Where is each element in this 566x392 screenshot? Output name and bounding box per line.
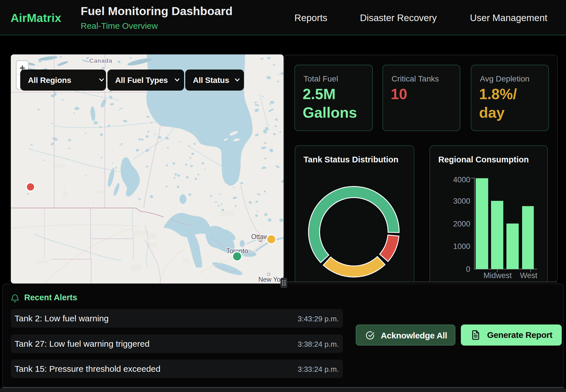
svg-text:Canada: Canada — [89, 57, 113, 64]
svg-text:3000: 3000 — [453, 197, 470, 205]
svg-text:Midwest: Midwest — [483, 271, 512, 280]
svg-text:0: 0 — [466, 265, 470, 273]
svg-text:1000: 1000 — [453, 242, 470, 251]
svg-text:2000: 2000 — [453, 220, 470, 228]
svg-text:4000: 4000 — [453, 175, 470, 184]
svg-text:West: West — [520, 271, 538, 280]
svg-text:New York: New York — [258, 276, 284, 283]
